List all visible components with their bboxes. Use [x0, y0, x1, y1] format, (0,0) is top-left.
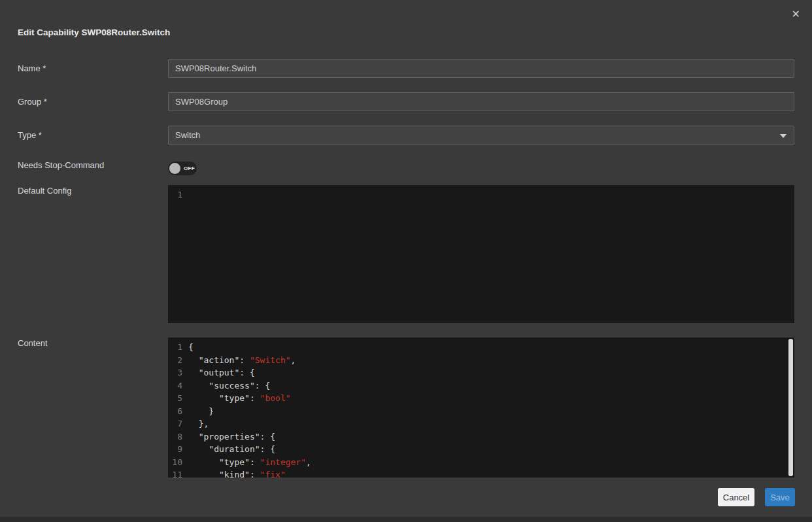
line-number: 5 — [168, 392, 182, 405]
code-line: 8 "properties": { — [168, 430, 794, 444]
content-editor[interactable]: 1{2 "action": "Switch",3 "output": {4 "s… — [168, 338, 794, 478]
code-text: "kind": "fix" — [188, 468, 286, 478]
code-line: 2 "action": "Switch", — [168, 354, 794, 367]
code-text: { — [188, 341, 194, 354]
default-config-editor[interactable]: 1 — [168, 185, 794, 323]
page-background-edge — [0, 517, 812, 522]
code-text: "output": { — [188, 366, 255, 379]
line-number: 6 — [168, 405, 182, 418]
group-label: Group * — [18, 97, 47, 107]
needs-stop-command-toggle[interactable]: OFF — [168, 162, 197, 175]
line-number: 4 — [168, 379, 182, 392]
line-number: 9 — [168, 443, 182, 456]
code-text: } — [188, 405, 214, 418]
code-text: "success": { — [188, 379, 270, 392]
line-number: 2 — [168, 354, 182, 367]
cancel-button[interactable]: Cancel — [718, 488, 754, 506]
line-number: 10 — [168, 456, 182, 469]
code-line: 10 "type": "integer", — [168, 456, 794, 469]
code-text: "type": "bool" — [188, 392, 291, 405]
line-number: 1 — [168, 188, 182, 201]
type-label: Type * — [18, 130, 42, 140]
line-number: 11 — [168, 468, 182, 478]
code-text: }, — [188, 417, 209, 430]
line-number: 3 — [168, 366, 182, 379]
code-line: 7 }, — [168, 417, 794, 430]
code-line: 11 "kind": "fix" — [168, 468, 794, 478]
code-line: 5 "type": "bool" — [168, 392, 794, 405]
edit-capability-dialog: ✕ Edit Capability SWP08Router.Switch Nam… — [0, 0, 812, 522]
code-line: 1{ — [168, 341, 794, 354]
name-label: Name * — [18, 63, 46, 73]
code-line: 3 "output": { — [168, 366, 794, 379]
dialog-title: Edit Capability SWP08Router.Switch — [18, 27, 170, 37]
type-select[interactable]: Switch — [168, 126, 794, 145]
toggle-knob-icon — [169, 163, 180, 174]
line-number: 7 — [168, 417, 182, 430]
code-text: "duration": { — [188, 443, 275, 456]
line-number: 8 — [168, 430, 182, 444]
type-select-value: Switch — [175, 130, 200, 140]
content-editor-scrollbar[interactable] — [788, 339, 793, 476]
code-line: 6 } — [168, 405, 794, 418]
code-line: 9 "duration": { — [168, 443, 794, 456]
code-text: "action": "Switch", — [188, 354, 296, 367]
code-text: "properties": { — [188, 430, 275, 444]
toggle-state-label: OFF — [184, 165, 195, 171]
code-text: "type": "integer", — [188, 456, 311, 469]
group-input[interactable] — [168, 92, 794, 111]
line-number: 1 — [168, 341, 182, 354]
needs-stop-command-label: Needs Stop-Command — [18, 160, 104, 170]
code-line: 1 — [168, 188, 794, 201]
close-icon[interactable]: ✕ — [792, 9, 800, 20]
chevron-down-icon — [780, 134, 787, 138]
code-line: 4 "success": { — [168, 379, 794, 392]
name-input[interactable] — [168, 59, 794, 78]
default-config-label: Default Config — [18, 186, 71, 196]
save-button[interactable]: Save — [765, 488, 795, 506]
content-label: Content — [18, 338, 48, 348]
